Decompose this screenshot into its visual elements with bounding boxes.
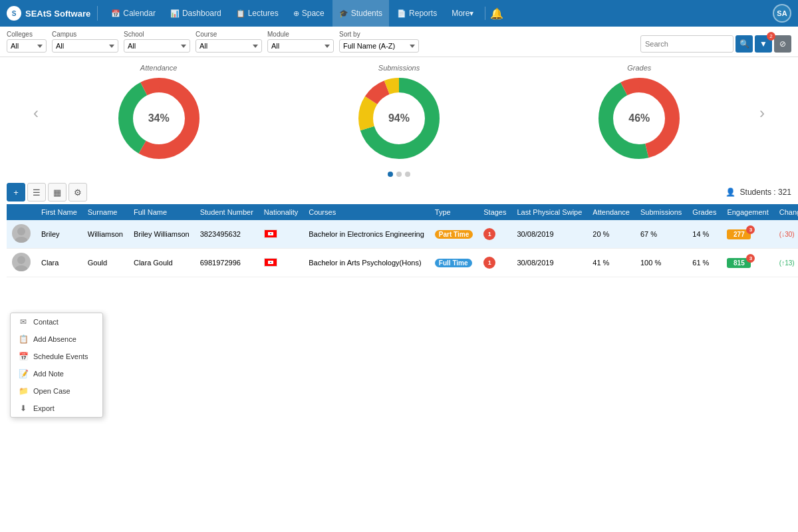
engagement-sup: 3 bbox=[746, 254, 755, 263]
col-attendance[interactable]: Attendance bbox=[587, 204, 635, 220]
flag-uk bbox=[264, 229, 277, 238]
nav-lectures[interactable]: 📋 Lectures bbox=[229, 0, 285, 27]
students-icon: 🎓 bbox=[339, 9, 348, 18]
export-icon: ⬇ bbox=[19, 404, 28, 413]
col-type[interactable]: Type bbox=[430, 204, 478, 220]
cell-attendance: 41 % bbox=[587, 249, 635, 277]
calendar-icon: 📅 bbox=[111, 9, 120, 18]
cell-attendance: 20 % bbox=[587, 220, 635, 249]
carousel-dot-1[interactable] bbox=[388, 172, 393, 177]
brand: S SEAtS Software bbox=[7, 6, 98, 21]
carousel-dot-2[interactable] bbox=[396, 172, 402, 177]
context-open-case[interactable]: 📁 Open Case bbox=[11, 382, 102, 400]
cell-submissions: 100 % bbox=[635, 249, 687, 277]
context-contact[interactable]: ✉ Contact bbox=[11, 313, 102, 331]
nav-students[interactable]: 🎓 Students bbox=[332, 0, 389, 27]
context-add-note[interactable]: 📝 Add Note bbox=[11, 365, 102, 382]
col-fullname[interactable]: Full Name bbox=[128, 204, 195, 220]
cell-submissions: 67 % bbox=[635, 220, 687, 249]
flag-uk bbox=[264, 258, 277, 267]
settings-button[interactable]: ⚙ bbox=[68, 183, 87, 201]
submissions-donut: 94% bbox=[356, 75, 442, 162]
schedule-events-icon: 📅 bbox=[19, 352, 28, 361]
submissions-title: Submissions bbox=[378, 64, 420, 72]
nav-more[interactable]: More▾ bbox=[445, 0, 480, 27]
col-last-swipe[interactable]: Last Physical Swipe bbox=[511, 204, 587, 220]
nav-dashboard[interactable]: 📊 Dashboard bbox=[164, 0, 228, 27]
data-table: First Name Surname Full Name Student Num… bbox=[7, 204, 798, 277]
context-export[interactable]: ⬇ Export bbox=[11, 400, 102, 417]
col-stages[interactable]: Stages bbox=[478, 204, 511, 220]
nav-space[interactable]: ⊕ Space bbox=[287, 0, 331, 27]
charts-wrapper: ‹ Attendance 34% bbox=[0, 57, 798, 180]
col-firstname[interactable]: First Name bbox=[36, 204, 82, 220]
reports-icon: 📄 bbox=[397, 9, 406, 18]
colleges-label: Colleges bbox=[7, 31, 47, 38]
engagement-badge: 815 3 bbox=[727, 258, 751, 268]
cell-stages: 1 bbox=[478, 220, 511, 249]
cell-last-swipe: 30/08/2019 bbox=[511, 220, 587, 249]
carousel-dot-3[interactable] bbox=[405, 172, 410, 177]
open-case-icon: 📁 bbox=[19, 386, 28, 396]
course-filter: Course All bbox=[196, 31, 262, 53]
cell-nationality bbox=[259, 220, 303, 249]
col-nationality[interactable]: Nationality bbox=[259, 204, 303, 220]
table-row[interactable]: Briley Williamson Briley Williamson 3823… bbox=[7, 220, 798, 249]
colleges-filter: Colleges All bbox=[7, 31, 47, 53]
colleges-select[interactable]: All bbox=[7, 39, 47, 53]
carousel-prev[interactable]: ‹ bbox=[27, 97, 45, 129]
module-select[interactable]: All bbox=[267, 39, 334, 53]
change-value: (↓30) bbox=[779, 231, 795, 238]
col-engagement[interactable]: Engagement bbox=[722, 204, 773, 220]
bell-icon[interactable]: 🔔 bbox=[490, 7, 503, 20]
campus-select[interactable]: All bbox=[52, 39, 118, 53]
school-filter: School All bbox=[124, 31, 190, 53]
search-input[interactable] bbox=[640, 35, 733, 53]
nav-items: 📅 Calendar 📊 Dashboard 📋 Lectures ⊕ Spac… bbox=[104, 0, 773, 27]
filter-button[interactable]: ▼ 2 bbox=[755, 35, 772, 53]
cell-last-swipe: 30/08/2019 bbox=[511, 249, 587, 277]
course-select[interactable]: All bbox=[196, 39, 262, 53]
campus-label: Campus bbox=[52, 31, 118, 38]
context-schedule-events[interactable]: 📅 Schedule Events bbox=[11, 348, 102, 365]
context-add-absence[interactable]: 📋 Add Absence bbox=[11, 331, 102, 348]
add-absence-icon: 📋 bbox=[19, 334, 28, 344]
module-label: Module bbox=[267, 31, 334, 38]
search-group: 🔍 ▼ 2 ⊘ bbox=[640, 35, 791, 53]
col-courses[interactable]: Courses bbox=[303, 204, 430, 220]
clear-filter-button[interactable]: ⊘ bbox=[774, 35, 791, 53]
cell-stages: 1 bbox=[478, 249, 511, 277]
filter-bar: Colleges All Campus All School All Cours… bbox=[0, 27, 798, 57]
user-avatar[interactable]: SA bbox=[773, 4, 791, 23]
col-surname[interactable]: Surname bbox=[82, 204, 128, 220]
table-row[interactable]: Clara Gould Clara Gould 6981972996 Bache… bbox=[7, 249, 798, 277]
nav-reports[interactable]: 📄 Reports bbox=[390, 0, 444, 27]
divider bbox=[485, 7, 485, 20]
cell-nationality bbox=[259, 249, 303, 277]
cell-fullname: Briley Williamson bbox=[128, 220, 195, 249]
grid-view-button[interactable]: ▦ bbox=[48, 183, 66, 201]
col-student-number[interactable]: Student Number bbox=[195, 204, 259, 220]
grades-title: Grades bbox=[627, 64, 651, 72]
engagement-badge: 277 3 bbox=[727, 229, 751, 239]
add-button[interactable]: + bbox=[7, 183, 25, 201]
engagement-sup: 3 bbox=[746, 225, 755, 234]
col-grades[interactable]: Grades bbox=[687, 204, 722, 220]
col-submissions[interactable]: Submissions bbox=[635, 204, 687, 220]
svg-point-11 bbox=[15, 237, 28, 243]
stage-badge: 1 bbox=[483, 257, 495, 269]
context-menu: ✉ Contact 📋 Add Absence 📅 Schedule Event… bbox=[10, 313, 103, 418]
col-change[interactable]: Change bbox=[774, 204, 798, 220]
sort-select[interactable]: Full Name (A-Z) bbox=[339, 39, 419, 53]
grades-value: 46% bbox=[628, 112, 650, 124]
students-count: 👤 Students : 321 bbox=[726, 188, 791, 197]
school-select[interactable]: All bbox=[124, 39, 190, 53]
sort-label: Sort by bbox=[339, 31, 419, 38]
carousel-next[interactable]: › bbox=[753, 97, 771, 129]
nav-calendar[interactable]: 📅 Calendar bbox=[104, 0, 162, 27]
list-view-button[interactable]: ☰ bbox=[27, 183, 46, 201]
sort-filter: Sort by Full Name (A-Z) bbox=[339, 31, 419, 53]
search-button[interactable]: 🔍 bbox=[735, 35, 753, 53]
cell-courses: Bachelor in Electronics Engineering bbox=[303, 220, 430, 249]
svg-point-13 bbox=[15, 265, 28, 271]
